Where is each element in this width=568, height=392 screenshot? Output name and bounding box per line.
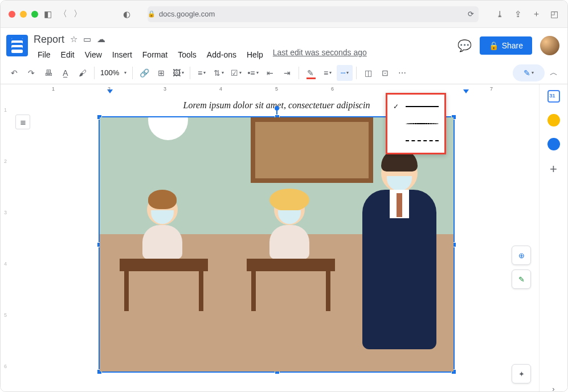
share-browser-icon[interactable]: ⇪	[513, 9, 523, 19]
border-dash-button[interactable]: ┄	[337, 65, 353, 81]
account-avatar[interactable]	[540, 36, 559, 55]
header-right: 💬 🔒 Share	[457, 32, 559, 55]
floating-comment-buttons: ⊕ ✎	[512, 246, 531, 289]
hide-side-panel-button[interactable]: ›	[552, 385, 554, 392]
zoom-select[interactable]: 100%	[98, 65, 129, 81]
menu-tools[interactable]: Tools	[174, 48, 201, 62]
menu-addons[interactable]: Add-ons	[203, 48, 240, 62]
menu-help[interactable]: Help	[243, 48, 267, 62]
title-area: Report ☆ ▭ ☁ File Edit View Insert Forma…	[34, 32, 452, 62]
menu-view[interactable]: View	[81, 48, 106, 62]
reload-icon[interactable]: ⟳	[468, 10, 474, 18]
url-text: docs.google.com	[159, 10, 215, 18]
insert-comment-button[interactable]: ⊞	[153, 65, 169, 81]
border-weight-button[interactable]: ≡	[320, 65, 336, 81]
privacy-shield-icon[interactable]: ◐	[121, 9, 132, 19]
lock-icon: 🔒	[148, 10, 156, 18]
tabs-icon[interactable]: ◰	[549, 9, 559, 19]
teacher	[362, 154, 436, 349]
menu-format[interactable]: Format	[138, 48, 171, 62]
keep-icon[interactable]	[547, 114, 560, 126]
page: Lorem ipsum dolor sit amet, consectetuer…	[14, 95, 539, 376]
add-comment-button[interactable]: ⊕	[512, 246, 531, 265]
explore-button[interactable]: ✦	[512, 364, 531, 383]
border-dash-option-dotted[interactable]	[387, 115, 444, 132]
docs-header: Report ☆ ▭ ☁ File Edit View Insert Forma…	[1, 28, 567, 62]
close-window-icon[interactable]	[9, 11, 15, 18]
bulleted-list-button[interactable]: •≡	[245, 65, 261, 81]
browser-chrome: ◧ 〈 〉 ◐ 🔒 docs.google.com ⟳ ⤓ ⇪ ＋ ◰	[1, 1, 567, 28]
desk-2	[247, 259, 335, 271]
get-addons-button[interactable]: +	[550, 162, 557, 177]
border-dash-dropdown: ✓	[386, 93, 446, 154]
edit-status[interactable]: Last edit was seconds ago	[273, 48, 367, 62]
menu-edit[interactable]: Edit	[57, 48, 79, 62]
menu-bar: File Edit View Insert Format Tools Add-o…	[34, 46, 452, 62]
solid-line-icon	[406, 106, 439, 107]
downloads-icon[interactable]: ⤓	[495, 9, 505, 19]
suggest-edits-button[interactable]: ✎	[512, 270, 531, 289]
student-1	[137, 194, 188, 259]
forward-icon[interactable]: 〉	[72, 9, 83, 19]
image-options-button[interactable]: ⊡	[377, 65, 393, 81]
checklist-button[interactable]: ☑	[228, 65, 244, 81]
hide-menus-button[interactable]: ︿	[546, 65, 562, 81]
right-indent-marker[interactable]	[463, 89, 469, 93]
print-button[interactable]: 🖶	[40, 65, 56, 81]
document-area[interactable]: 1 2 3 4 5 6 7 Lorem ipsum dolor sit amet…	[14, 84, 539, 392]
dotted-line-icon	[406, 123, 439, 124]
bulletin-board	[251, 117, 373, 183]
sidebar-toggle-icon[interactable]: ◧	[43, 9, 53, 19]
spellcheck-button[interactable]: A̲	[58, 65, 73, 81]
insert-image-button[interactable]: 🖼	[170, 65, 186, 81]
rotate-handle[interactable]	[275, 106, 279, 111]
share-button[interactable]: 🔒 Share	[480, 36, 532, 55]
calendar-icon[interactable]	[547, 90, 560, 103]
address-bar[interactable]: 🔒 docs.google.com ⟳	[148, 6, 479, 22]
document-outline-button[interactable]: ≣	[15, 115, 30, 129]
desk-1	[120, 259, 208, 271]
undo-button[interactable]: ↶	[6, 65, 22, 81]
star-icon[interactable]: ☆	[70, 34, 77, 44]
border-dash-option-solid[interactable]: ✓	[387, 98, 444, 115]
side-panel: + ›	[539, 84, 567, 392]
maximize-window-icon[interactable]	[31, 11, 38, 18]
student-2	[264, 194, 315, 259]
increase-indent-button[interactable]: ⇥	[279, 65, 295, 81]
move-icon[interactable]: ▭	[83, 34, 91, 44]
window-controls	[9, 11, 38, 18]
browser-actions: ⤓ ⇪ ＋ ◰	[495, 9, 559, 19]
comments-icon[interactable]: 💬	[457, 39, 472, 52]
clock-icon	[148, 117, 188, 140]
more-toolbar-button[interactable]: ⋯	[394, 65, 410, 81]
tasks-icon[interactable]	[547, 138, 560, 150]
vertical-ruler: 1 2 3 4 5 6	[1, 84, 14, 392]
docs-home-icon[interactable]	[6, 35, 28, 56]
new-tab-icon[interactable]: ＋	[531, 9, 541, 19]
decrease-indent-button[interactable]: ⇤	[262, 65, 278, 81]
cloud-status-icon[interactable]: ☁	[97, 34, 105, 44]
share-label: Share	[502, 41, 523, 50]
paint-format-button[interactable]: 🖌	[75, 65, 91, 81]
insert-link-button[interactable]: 🔗	[136, 65, 152, 81]
border-color-button[interactable]: ✎	[303, 65, 318, 81]
crop-image-button[interactable]: ◫	[360, 65, 376, 81]
main-area: 1 2 3 4 5 6 1 2 3 4 5 6 7 Lorem ipsum do…	[1, 84, 567, 392]
selected-image[interactable]	[99, 116, 455, 373]
editing-mode-button[interactable]: ✎	[513, 64, 545, 81]
line-spacing-button[interactable]: ⇅	[211, 65, 227, 81]
toolbar: ↶ ↷ 🖶 A̲ 🖌 100% 🔗 ⊞ 🖼 ≡ ⇅ ☑ •≡ ⇤ ⇥ ✎ ≡ ┄…	[1, 62, 567, 84]
classroom-illustration	[100, 117, 453, 371]
border-dash-option-dashed[interactable]	[387, 132, 444, 149]
dashed-line-icon	[406, 140, 439, 141]
check-icon: ✓	[393, 103, 401, 111]
horizontal-ruler[interactable]: 1 2 3 4 5 6 7	[14, 84, 539, 95]
document-title[interactable]: Report	[34, 34, 64, 46]
lock-icon: 🔒	[489, 41, 498, 50]
menu-file[interactable]: File	[34, 48, 55, 62]
redo-button[interactable]: ↷	[23, 65, 39, 81]
align-button[interactable]: ≡	[194, 65, 210, 81]
back-icon[interactable]: 〈	[58, 9, 68, 19]
menu-insert[interactable]: Insert	[108, 48, 136, 62]
minimize-window-icon[interactable]	[20, 11, 27, 18]
